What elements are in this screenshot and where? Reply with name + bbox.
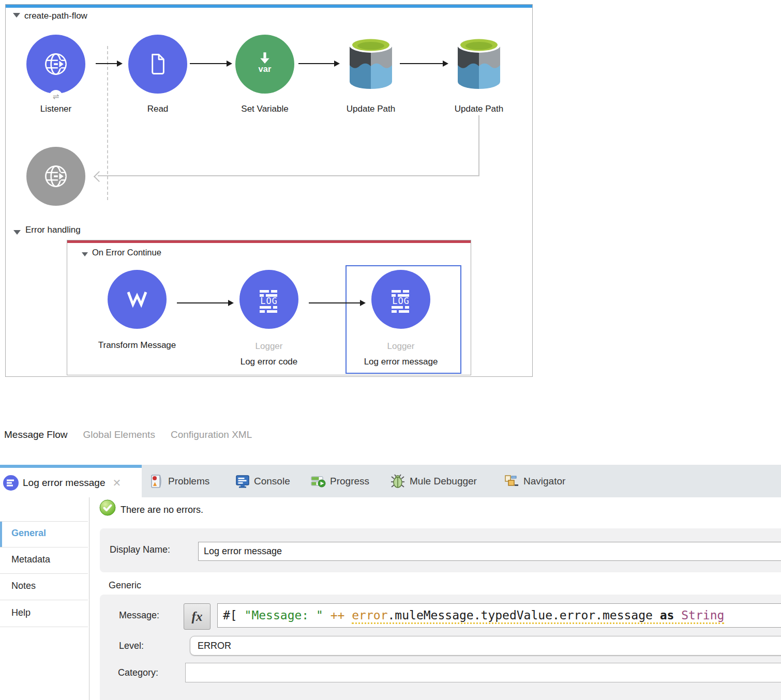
anypoint-studio-screen: create-path-flow ⇌ Listener Read bbox=[0, 0, 781, 700]
flow-arrow bbox=[96, 63, 117, 64]
expr-warn-span: error.muleMessage.typedValue.error.messa… bbox=[352, 608, 724, 624]
tab-navigator[interactable]: Navigator bbox=[504, 465, 565, 497]
on-error-continue-scope: On Error Continue Transform Message LOG bbox=[67, 240, 471, 375]
sidebar-item-general[interactable]: General bbox=[11, 528, 46, 539]
node-sublabel-logger: Logger bbox=[359, 339, 442, 353]
flow-selected-topbar bbox=[6, 5, 532, 8]
file-read-icon bbox=[141, 47, 175, 81]
node-label-read: Read bbox=[116, 102, 199, 116]
expr-concat: ++ bbox=[323, 608, 352, 622]
message-label: Message: bbox=[119, 610, 159, 621]
navigator-icon bbox=[504, 474, 519, 489]
http-listener-icon bbox=[39, 47, 73, 81]
flow-collapse-triangle-icon[interactable] bbox=[13, 13, 20, 18]
message-expression-input[interactable]: #[ "Message: " ++ error.muleMessage.type… bbox=[217, 603, 781, 628]
database-icon bbox=[454, 34, 504, 94]
fx-button[interactable]: fx bbox=[184, 603, 211, 630]
view-tabstrip: Log error message ✕ Problems Console bbox=[0, 465, 781, 497]
ghost-endpoint-node[interactable] bbox=[26, 147, 85, 206]
node-label-transform-message: Transform Message bbox=[96, 338, 178, 352]
logger-icon: LOG bbox=[252, 283, 286, 316]
node-label-log-error-code: Log error code bbox=[228, 355, 310, 369]
dataweave-expression: #[ "Message: " ++ error.muleMessage.type… bbox=[223, 604, 781, 627]
error-handling-collapse-triangle-icon[interactable] bbox=[13, 230, 21, 235]
level-value: ERROR bbox=[198, 641, 231, 651]
node-label-listener: Listener bbox=[14, 102, 97, 116]
tab-global-elements[interactable]: Global Elements bbox=[83, 429, 155, 440]
editor-view-tabs: Message Flow Global Elements Configurati… bbox=[4, 429, 252, 440]
tab-problems[interactable]: Problems bbox=[149, 465, 209, 497]
return-connector-vertical bbox=[478, 115, 479, 176]
tab-console[interactable]: Console bbox=[235, 465, 290, 497]
close-icon[interactable]: ✕ bbox=[112, 477, 121, 489]
sidebar-separator bbox=[0, 600, 88, 600]
node-sublabel-logger: Logger bbox=[228, 339, 310, 353]
node-label-set-variable: Set Variable bbox=[223, 102, 306, 116]
tab-navigator-label: Navigator bbox=[523, 476, 565, 487]
display-name-panel: Display Name: bbox=[100, 528, 781, 572]
flow-arrow bbox=[298, 63, 335, 64]
tab-mule-debugger[interactable]: Mule Debugger bbox=[390, 465, 477, 497]
flow-title: create-path-flow bbox=[24, 11, 87, 21]
expr-open: #[ bbox=[223, 608, 245, 622]
sidebar-divider bbox=[89, 497, 89, 700]
return-connector-horizontal bbox=[98, 175, 479, 176]
on-error-collapse-triangle-icon[interactable] bbox=[82, 252, 88, 256]
update-path-node[interactable] bbox=[454, 34, 504, 94]
flow-arrow bbox=[400, 63, 443, 64]
success-check-icon bbox=[99, 499, 116, 516]
flow-canvas: create-path-flow ⇌ Listener Read bbox=[5, 4, 533, 377]
transform-message-node[interactable] bbox=[108, 270, 167, 329]
tab-log-error-message[interactable]: Log error message ✕ bbox=[0, 465, 142, 497]
display-name-label: Display Name: bbox=[110, 544, 170, 555]
transform-message-icon bbox=[121, 283, 154, 316]
tab-message-flow[interactable]: Message Flow bbox=[4, 429, 68, 440]
database-icon bbox=[346, 34, 396, 94]
set-variable-node[interactable]: var bbox=[235, 35, 294, 94]
expr-string: "Message: " bbox=[245, 608, 323, 622]
listener-node[interactable]: ⇌ bbox=[26, 35, 85, 94]
error-scope-accent-bar bbox=[67, 240, 471, 243]
logger-tab-icon bbox=[3, 475, 19, 491]
logger-icon: LOG bbox=[384, 283, 417, 316]
expr-path: .muleMessage.typedValue.error.message bbox=[388, 608, 653, 622]
level-combobox[interactable]: ERROR bbox=[190, 636, 781, 656]
update-path-node[interactable] bbox=[346, 34, 396, 94]
mule-debugger-icon bbox=[390, 474, 405, 489]
problems-icon bbox=[149, 474, 164, 489]
display-name-input[interactable] bbox=[198, 542, 781, 561]
node-label-update-path-2: Update Path bbox=[438, 102, 520, 116]
category-input[interactable] bbox=[185, 663, 781, 682]
expr-as-keyword: as bbox=[653, 608, 681, 622]
tab-progress[interactable]: Progress bbox=[310, 465, 369, 497]
sidebar-active-indicator bbox=[0, 522, 2, 547]
sidebar-item-help[interactable]: Help bbox=[11, 607, 31, 618]
error-handling-label: Error handling bbox=[25, 225, 81, 235]
tab-configuration-xml[interactable]: Configuration XML bbox=[171, 429, 252, 440]
node-label-log-error-message: Log error message bbox=[359, 355, 442, 369]
tab-problems-label: Problems bbox=[168, 476, 209, 487]
tab-console-label: Console bbox=[254, 476, 290, 487]
level-label: Level: bbox=[119, 641, 144, 651]
flow-arrow bbox=[177, 302, 229, 303]
on-error-continue-label: On Error Continue bbox=[92, 248, 161, 257]
status-message: There are no errors. bbox=[121, 505, 203, 515]
http-requester-icon bbox=[39, 159, 73, 193]
tab-mule-debugger-label: Mule Debugger bbox=[410, 476, 477, 487]
source-separator-dashed-line bbox=[107, 46, 108, 200]
sidebar-separator bbox=[0, 521, 88, 522]
sidebar-separator bbox=[0, 627, 88, 627]
expr-type: String bbox=[681, 608, 724, 622]
node-label-update-path-1: Update Path bbox=[329, 102, 412, 116]
logger-node-log-error-code[interactable]: LOG bbox=[239, 270, 298, 329]
read-node[interactable] bbox=[128, 35, 187, 94]
flow-arrow bbox=[309, 302, 361, 303]
sidebar-separator bbox=[0, 573, 88, 574]
active-tab-label: Log error message bbox=[23, 477, 105, 489]
sidebar-item-metadata[interactable]: Metadata bbox=[11, 554, 50, 565]
sidebar-item-notes[interactable]: Notes bbox=[11, 581, 36, 591]
logger-node-log-error-message[interactable]: LOG bbox=[371, 270, 430, 329]
svg-text:var: var bbox=[259, 64, 272, 73]
svg-text:LOG: LOG bbox=[392, 296, 410, 306]
progress-icon bbox=[310, 475, 326, 488]
